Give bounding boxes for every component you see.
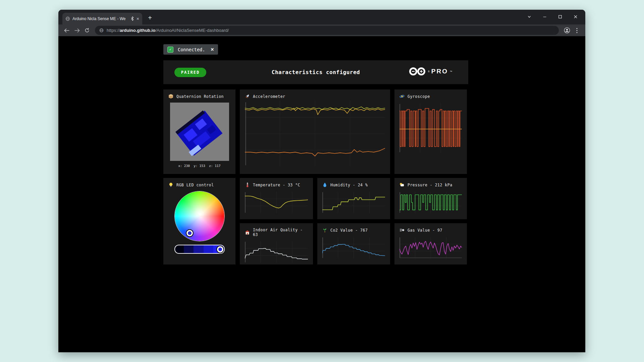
card-temperature: Temperature - 33 °C	[240, 178, 313, 219]
profile-avatar-icon[interactable]	[562, 25, 572, 36]
card-pressure: Pressure - 212 kPa	[394, 178, 467, 219]
cards-grid: Quaternion Rotation	[163, 89, 467, 264]
humidity-chart	[322, 192, 385, 213]
site-info-globe-icon[interactable]	[99, 28, 104, 33]
connected-checkbox[interactable]: ✓	[167, 47, 173, 53]
card-label: Indoor Air Quality - 63	[253, 228, 308, 237]
iaq-chart	[245, 241, 308, 263]
gyroscope-chart	[399, 103, 462, 153]
card-accelerometer: Accelerometer	[240, 89, 390, 174]
forward-button[interactable]	[72, 25, 82, 36]
card-title-row: Quaternion Rotation	[168, 94, 230, 99]
card-label: Humidity - 24 %	[330, 183, 368, 187]
browser-window: Arduino Nicla Sense ME - We × +	[58, 10, 585, 352]
tab-search-chevron-icon[interactable]	[522, 11, 537, 22]
page-content: ✓ Connected. × PAIRED Characteristics co…	[58, 36, 585, 352]
bulb-icon	[168, 182, 173, 187]
back-button[interactable]	[62, 25, 72, 36]
card-gas-value: Gas Value - 97	[394, 223, 467, 264]
co2-chart	[322, 237, 385, 258]
bluetooth-icon	[130, 16, 134, 21]
desktop: { "browser": { "tab": { "title": "Arduin…	[0, 0, 644, 362]
card-title-row: Pressure - 212 kPa	[399, 182, 462, 187]
new-tab-button[interactable]: +	[145, 13, 155, 23]
close-window-button[interactable]	[568, 11, 583, 22]
card-title-row: Indoor Air Quality - 63	[245, 228, 308, 237]
browser-toolbar: https://arduino.github.io/ArduinoAI/Nicl…	[58, 24, 585, 36]
url-path: /ArduinoAI/NiclaSenseME-dashboard/	[155, 28, 229, 33]
quaternion-3d-viewport[interactable]	[170, 103, 229, 161]
card-title-row: Gyroscope	[399, 94, 462, 99]
brightness-slider-handle[interactable]	[217, 246, 223, 252]
card-label: Pressure - 212 kPa	[408, 183, 452, 187]
package-icon	[168, 94, 173, 99]
series-gyro-wave	[399, 109, 462, 147]
card-title-row: Temperature - 33 °C	[245, 182, 308, 187]
brightness-slider[interactable]	[174, 245, 225, 254]
color-wheel-wrap	[175, 191, 224, 241]
card-title-row: Accelerometer	[245, 94, 385, 99]
card-title-row: RGB LED control	[168, 182, 230, 187]
droplet-icon	[322, 182, 327, 187]
minimize-button[interactable]	[537, 11, 552, 22]
tab-strip: Arduino Nicla Sense ME - We × +	[58, 10, 585, 24]
url-scheme: https://	[107, 28, 120, 33]
card-gyroscope: Gyroscope	[394, 89, 467, 174]
rocket-icon	[245, 94, 250, 99]
gas-chart	[399, 237, 462, 258]
reload-button[interactable]	[82, 25, 92, 36]
color-wheel-cursor[interactable]	[186, 230, 193, 236]
card-indoor-air-quality: Indoor Air Quality - 63	[240, 223, 313, 264]
connected-text: Connected.	[178, 47, 205, 52]
card-quaternion-rotation: Quaternion Rotation	[163, 89, 235, 174]
tab-close-icon[interactable]: ×	[137, 16, 139, 21]
paired-badge: PAIRED	[174, 68, 206, 77]
notification-close-icon[interactable]: ×	[211, 47, 214, 53]
card-label: Co2 Value - 767	[330, 228, 368, 233]
house-icon	[245, 230, 250, 235]
card-label: Gyroscope	[408, 94, 430, 99]
card-title-row: Co2 Value - 767	[322, 228, 385, 233]
maximize-button[interactable]	[552, 11, 568, 22]
card-label: Quaternion Rotation	[176, 94, 224, 99]
url-host: arduino.github.io	[120, 28, 155, 33]
card-label: Accelerometer	[253, 94, 285, 99]
logo-pro-text: PRO	[431, 68, 448, 75]
card-label: Gas Value - 97	[408, 228, 442, 233]
thermometer-icon	[245, 182, 250, 187]
connected-notification: ✓ Connected. ×	[163, 44, 218, 55]
logo-tm-mark: ™	[450, 70, 452, 73]
url-bar[interactable]: https://arduino.github.io/ArduinoAI/Nicl…	[95, 26, 559, 35]
logo-reg-mark: ®	[428, 70, 430, 73]
menu-dots-icon[interactable]	[572, 25, 582, 36]
pressure-chart	[399, 192, 462, 213]
accelerometer-chart	[245, 101, 385, 167]
card-co2-value: Co2 Value - 767	[317, 223, 390, 264]
color-wheel[interactable]	[175, 191, 224, 241]
window-controls	[522, 11, 583, 22]
sun-cloud-icon	[399, 182, 405, 187]
card-humidity: Humidity - 24 %	[317, 178, 390, 219]
card-label: Temperature - 33 °C	[253, 183, 300, 187]
gyroscope-icon	[399, 94, 405, 99]
temperature-chart	[245, 192, 308, 213]
card-title-row: Gas Value - 97	[399, 228, 462, 233]
tab-title: Arduino Nicla Sense ME - We	[72, 16, 128, 21]
url-text: https://arduino.github.io/ArduinoAI/Nicl…	[107, 28, 229, 33]
card-title-row: Humidity - 24 %	[322, 182, 385, 187]
quaternion-coordinates: x: 230 y: 153 z: 117	[168, 164, 230, 168]
board-3d-render	[170, 103, 229, 161]
browser-tab[interactable]: Arduino Nicla Sense ME - We ×	[62, 13, 142, 24]
card-label: RGB LED control	[176, 183, 214, 187]
seedling-icon	[322, 228, 327, 233]
arduino-infinity-icon	[409, 67, 426, 76]
dashboard-header: PAIRED Characteristics configured ® PRO …	[163, 60, 468, 84]
arduino-pro-logo: ® PRO ™	[409, 67, 452, 76]
globe-favicon-icon	[65, 16, 70, 21]
card-rgb-led-control: RGB LED control	[163, 178, 235, 264]
wind-icon	[399, 228, 405, 233]
